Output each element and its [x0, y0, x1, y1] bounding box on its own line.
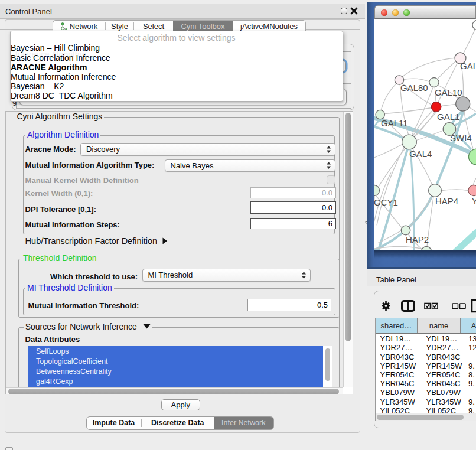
svg-text:GAL80: GAL80	[400, 82, 428, 92]
svg-text:GCY1: GCY1	[374, 197, 398, 207]
svg-text:Y: Y	[472, 195, 476, 206]
svg-text:HAP4: HAP4	[435, 195, 458, 206]
svg-text:GAL10: GAL10	[435, 87, 462, 97]
svg-text:GAL1: GAL1	[437, 111, 459, 121]
svg-text:SWI4: SWI4	[450, 132, 472, 142]
svg-text:HAP2: HAP2	[406, 234, 429, 244]
svg-text:GAL: GAL	[460, 60, 476, 70]
svg-text:GAL11: GAL11	[381, 118, 408, 128]
svg-text:GAL4: GAL4	[409, 148, 432, 158]
